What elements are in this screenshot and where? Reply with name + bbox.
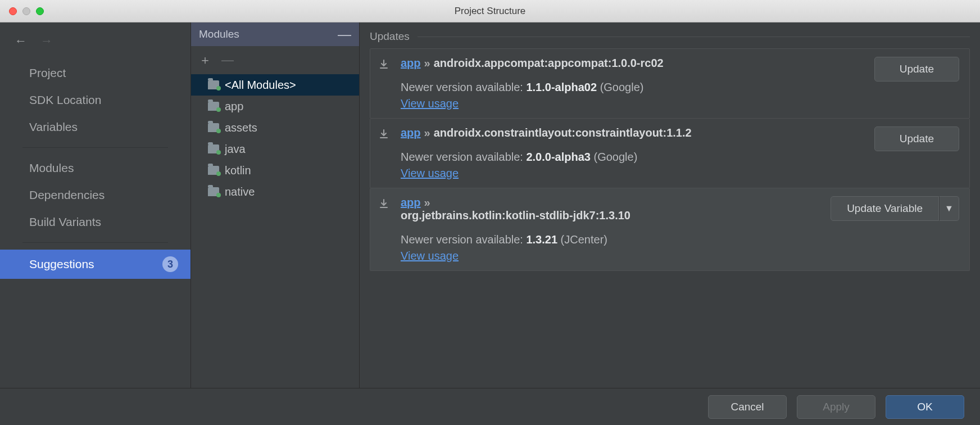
app-module-link[interactable]: app (401, 126, 421, 139)
cancel-button[interactable]: Cancel (708, 395, 787, 419)
folder-icon (208, 166, 219, 175)
suggestions-count-badge: 3 (162, 256, 178, 272)
library-coordinates: androidx.appcompat:appcompat:1.0.0-rc02 (434, 57, 664, 69)
module-item-app[interactable]: app (191, 96, 359, 117)
modules-panel: Modules — ＋ — <All Modules> app assets j… (191, 22, 360, 388)
add-module-icon[interactable]: ＋ (199, 52, 211, 69)
titlebar: Project Structure (0, 0, 980, 22)
module-item-label: <All Modules> (225, 79, 296, 92)
module-item-native[interactable]: native (191, 181, 359, 202)
ok-button[interactable]: OK (886, 395, 964, 419)
remove-module-icon[interactable]: — (221, 53, 234, 67)
section-divider (418, 37, 970, 37)
nav-forward-icon: → (40, 34, 53, 48)
download-icon (378, 196, 391, 263)
newer-version-text: Newer version available: 2.0.0-alpha3 (G… (401, 151, 864, 164)
update-card[interactable]: app»androidx.appcompat:appcompat:1.0.0-r… (370, 48, 970, 119)
newer-version-text: Newer version available: 1.1.0-alpha02 (… (401, 81, 864, 94)
sidebar-separator (22, 147, 168, 148)
sidebar-item-sdk-location[interactable]: SDK Location (0, 87, 190, 114)
view-usage-link[interactable]: View usage (401, 250, 459, 263)
module-item-label: java (225, 143, 246, 156)
library-coordinates: androidx.constraintlayout:constraintlayo… (434, 126, 692, 139)
window-title: Project Structure (0, 6, 980, 17)
sidebar-item-build-variants[interactable]: Build Variants (0, 209, 190, 236)
update-card[interactable]: app»androidx.constraintlayout:constraint… (370, 119, 970, 188)
update-button[interactable]: Update (874, 57, 959, 82)
module-item-java[interactable]: java (191, 138, 359, 160)
nav-back-icon[interactable]: ← (15, 34, 27, 48)
download-icon (378, 57, 391, 110)
sidebar: ← → Project SDK Location Variables Modul… (0, 22, 191, 388)
folder-icon (208, 80, 219, 89)
folder-icon (208, 102, 219, 111)
library-coordinates: org.jetbrains.kotlin:kotlin-stdlib-jdk7:… (401, 209, 630, 221)
sidebar-item-project[interactable]: Project (0, 60, 190, 87)
app-module-link[interactable]: app (401, 196, 421, 209)
sidebar-item-dependencies[interactable]: Dependencies (0, 182, 190, 209)
view-usage-link[interactable]: View usage (401, 167, 459, 180)
folder-icon (208, 187, 219, 196)
chevron-down-icon[interactable]: ▼ (939, 196, 959, 221)
apply-button[interactable]: Apply (797, 395, 875, 419)
update-variable-dropdown[interactable]: Update Variable ▼ (831, 196, 959, 221)
modules-header: Modules — (191, 22, 359, 46)
update-button[interactable]: Update (874, 126, 959, 151)
collapse-icon[interactable]: — (338, 26, 351, 42)
folder-icon (208, 144, 219, 153)
update-variable-button[interactable]: Update Variable (831, 196, 939, 221)
module-item-label: native (225, 186, 255, 198)
dialog-footer: Cancel Apply OK (0, 388, 980, 425)
module-item-all[interactable]: <All Modules> (191, 74, 359, 96)
download-icon (378, 126, 391, 180)
newer-version-text: Newer version available: 1.3.21 (JCenter… (401, 233, 820, 246)
update-card[interactable]: app»org.jetbrains.kotlin:kotlin-stdlib-j… (370, 188, 970, 271)
sidebar-separator (22, 242, 168, 243)
modules-header-label: Modules (199, 28, 239, 40)
folder-icon (208, 123, 219, 132)
view-usage-link[interactable]: View usage (401, 97, 459, 110)
module-item-label: app (225, 100, 243, 113)
module-item-kotlin[interactable]: kotlin (191, 160, 359, 181)
updates-section-title: Updates (370, 30, 410, 43)
module-item-label: kotlin (225, 164, 251, 177)
module-item-assets[interactable]: assets (191, 117, 359, 138)
sidebar-item-modules[interactable]: Modules (0, 155, 190, 182)
sidebar-item-variables[interactable]: Variables (0, 114, 190, 141)
module-item-label: assets (225, 121, 257, 134)
main-content: Updates app»androidx.appcompat:appcompat… (360, 22, 980, 388)
sidebar-item-label: Suggestions (29, 257, 94, 271)
sidebar-item-suggestions[interactable]: Suggestions 3 (0, 250, 190, 279)
app-module-link[interactable]: app (401, 57, 421, 69)
